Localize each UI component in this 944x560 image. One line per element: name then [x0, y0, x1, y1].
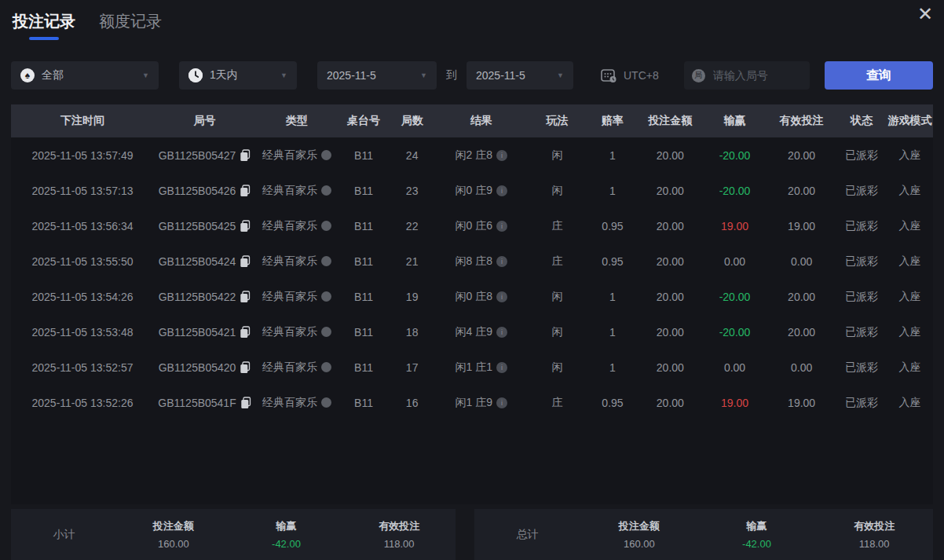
copy-icon[interactable] — [240, 291, 251, 303]
column-header: 局号 — [154, 114, 255, 128]
cell-table-no: B11 — [338, 185, 390, 197]
cell-game-type: 经典百家乐 — [255, 325, 338, 339]
copy-icon[interactable] — [240, 361, 251, 374]
copy-icon[interactable] — [240, 255, 251, 268]
chevron-down-icon: ▼ — [274, 71, 287, 79]
cell-valid-bet: 19.00 — [767, 397, 836, 409]
copy-icon[interactable] — [240, 149, 251, 162]
column-header: 游戏模式 — [887, 114, 933, 128]
copy-icon[interactable] — [240, 220, 251, 232]
cell-bet-time: 2025-11-05 13:54:26 — [11, 291, 154, 303]
copy-icon[interactable] — [240, 185, 251, 197]
cell-valid-bet: 20.00 — [767, 326, 836, 339]
subtotal-label: 小计 — [11, 528, 117, 542]
info-icon[interactable]: i — [496, 397, 507, 408]
game-type-dot-icon — [321, 362, 331, 372]
round-search-input[interactable] — [712, 68, 802, 82]
cell-bet-time: 2025-11-05 13:52:26 — [11, 397, 154, 409]
time-range-select[interactable]: 1天内 ▼ — [179, 61, 297, 90]
game-type-value: 全部 — [42, 68, 64, 82]
table-row: 2025-11-05 13:55:50 GB1125B05424 经典百家乐 B… — [11, 243, 933, 279]
copy-icon[interactable] — [240, 326, 251, 339]
cell-win-loss: -20.00 — [702, 185, 767, 197]
cell-round-no: 19 — [389, 291, 435, 303]
game-type-dot-icon — [321, 185, 331, 196]
cell-odds: 1 — [587, 149, 638, 162]
calendar-clock-icon — [600, 68, 617, 83]
cell-table-no: B11 — [338, 361, 390, 374]
cell-odds: 0.95 — [587, 220, 638, 232]
info-icon[interactable]: i — [496, 327, 507, 338]
cell-game-type: 经典百家乐 — [255, 396, 338, 410]
cell-round-no: 22 — [389, 220, 435, 232]
cell-status: 已派彩 — [836, 148, 887, 163]
date-to-value: 2025-11-5 — [476, 69, 525, 82]
tab-bet-records[interactable]: 投注记录 — [13, 11, 75, 40]
cell-round-id: GB1125B05426 — [154, 185, 255, 197]
table-header: 下注时间局号类型桌台号局数结果玩法赔率投注金额输赢有效投注状态游戏模式 — [11, 104, 933, 137]
column-header: 玩法 — [527, 114, 587, 128]
cell-bet-amount: 20.00 — [638, 220, 702, 232]
cell-play: 庄 — [527, 219, 587, 233]
cell-play: 闲 — [527, 184, 587, 198]
cell-round-id: GB1125B05424 — [154, 255, 255, 268]
filter-bar: ♠ 全部 ▼ 1天内 ▼ 2025-11-5 ▼ 到 2025-11-5 ▼ U… — [11, 61, 933, 90]
round-badge-icon: 局 — [692, 69, 705, 82]
info-icon[interactable]: i — [496, 185, 507, 196]
game-type-select[interactable]: ♠ 全部 ▼ — [11, 61, 159, 90]
cell-game-mode: 入座 — [887, 325, 933, 339]
cell-win-loss: -20.00 — [702, 149, 767, 162]
cell-bet-time: 2025-11-05 13:57:49 — [11, 149, 154, 162]
info-icon[interactable]: i — [496, 291, 507, 302]
date-to-select[interactable]: 2025-11-5 ▼ — [467, 61, 573, 90]
timezone-indicator: UTC+8 — [600, 68, 659, 83]
column-header: 状态 — [836, 114, 887, 128]
cell-game-type: 经典百家乐 — [255, 219, 338, 233]
search-button[interactable]: 查询 — [825, 61, 933, 90]
cell-game-mode: 入座 — [887, 290, 933, 304]
subtotal-valid-bet: 有效投注 118.00 — [342, 519, 456, 550]
copy-icon[interactable] — [240, 397, 251, 409]
column-header: 投注金额 — [638, 114, 702, 128]
cell-game-mode: 入座 — [887, 148, 933, 163]
subtotal-win-loss: 输赢 -42.00 — [230, 519, 343, 550]
table-row: 2025-11-05 13:56:34 GB1125B05425 经典百家乐 B… — [11, 208, 933, 243]
cell-bet-time: 2025-11-05 13:57:13 — [11, 185, 154, 197]
cell-play: 闲 — [527, 290, 587, 304]
cell-win-loss: -20.00 — [702, 291, 767, 303]
table-row: 2025-11-05 13:53:48 GB1125B05421 经典百家乐 B… — [11, 314, 933, 350]
cell-table-no: B11 — [338, 326, 390, 339]
info-icon[interactable]: i — [496, 150, 507, 161]
cell-odds: 1 — [587, 291, 638, 303]
cell-round-no: 17 — [389, 361, 435, 374]
column-header: 局数 — [389, 114, 435, 128]
total-panel: 总计 投注金额 160.00 输赢 -42.00 有效投注 118.00 — [474, 509, 933, 560]
tab-quota-records[interactable]: 额度记录 — [99, 11, 162, 40]
info-icon[interactable]: i — [496, 256, 507, 267]
chevron-down-icon: ▼ — [551, 71, 564, 79]
cell-play: 闲 — [527, 148, 587, 163]
column-header: 赔率 — [587, 114, 638, 128]
cell-round-id: GB1125B05425 — [154, 220, 255, 232]
cell-game-type: 经典百家乐 — [255, 254, 338, 269]
cell-bet-time: 2025-11-05 13:52:57 — [11, 361, 154, 374]
cell-bet-amount: 20.00 — [638, 361, 702, 374]
timezone-label: UTC+8 — [624, 69, 659, 82]
cell-round-no: 23 — [389, 185, 435, 197]
cell-bet-amount: 20.00 — [638, 326, 702, 339]
total-label: 总计 — [474, 528, 580, 542]
cell-game-type: 经典百家乐 — [255, 148, 338, 163]
cell-bet-amount: 20.00 — [638, 255, 702, 268]
cell-result: 闲8 庄8 i — [435, 254, 527, 269]
close-icon[interactable]: ✕ — [917, 5, 933, 24]
cell-round-id: GB1125B05421 — [154, 326, 255, 339]
cell-status: 已派彩 — [836, 254, 887, 269]
info-icon[interactable]: i — [496, 362, 507, 373]
date-from-select[interactable]: 2025-11-5 ▼ — [317, 61, 437, 90]
subtotal-panel: 小计 投注金额 160.00 输赢 -42.00 有效投注 118.00 — [11, 509, 456, 560]
cell-bet-amount: 20.00 — [638, 397, 702, 409]
info-icon[interactable]: i — [496, 221, 507, 232]
cell-result: 闲1 庄1 i — [435, 361, 527, 375]
total-win-loss: 输赢 -42.00 — [698, 519, 816, 550]
bet-records-table: 下注时间局号类型桌台号局数结果玩法赔率投注金额输赢有效投注状态游戏模式 2025… — [11, 104, 933, 504]
